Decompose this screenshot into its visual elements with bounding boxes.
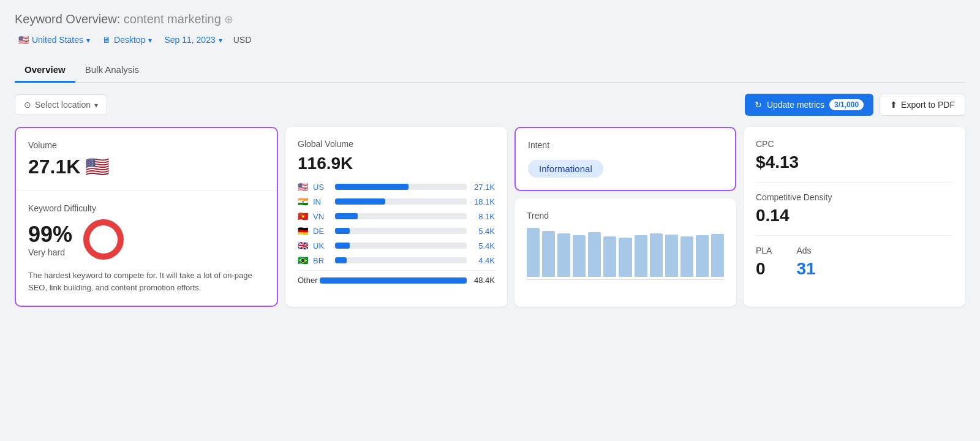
update-metrics-button[interactable]: ↻ Update metrics 3/1,000 <box>745 94 873 116</box>
trend-bar <box>603 236 616 277</box>
country-code: DE <box>313 227 330 236</box>
country-bar-fill <box>335 243 350 249</box>
global-volume-card: Global Volume 116.9K 🇺🇸 US 27.1K 🇮🇳 IN 1… <box>285 127 507 307</box>
kd-description: The hardest keyword to compete for. It w… <box>28 270 265 293</box>
country-selector[interactable]: 🇺🇸 United States <box>15 32 94 47</box>
tab-overview[interactable]: Overview <box>15 58 75 83</box>
pla-value: 0 <box>756 259 772 279</box>
trend-label: Trend <box>527 211 724 221</box>
export-icon: ⬆ <box>890 100 897 110</box>
kd-section: Keyword Difficulty 99% Very hard The har… <box>16 191 277 306</box>
country-row: 🇩🇪 DE 5.4K <box>298 226 495 236</box>
location-pin-icon: ⊙ <box>24 100 31 110</box>
intent-badge: Informational <box>528 155 723 178</box>
country-bar-fill <box>335 228 350 234</box>
tab-bulk-analysis[interactable]: Bulk Analysis <box>75 58 149 83</box>
pla-label: PLA <box>756 246 772 255</box>
intent-card: Intent Informational <box>514 127 736 191</box>
country-row: 🇬🇧 UK 5.4K <box>298 241 495 251</box>
cpc-value: $4.13 <box>756 153 953 172</box>
location-selector[interactable]: ⊙ Select location <box>15 94 107 115</box>
page-header: Keyword Overview: content marketing ⊕ 🇺🇸… <box>15 12 965 116</box>
country-row: 🇮🇳 IN 18.1K <box>298 197 495 206</box>
trend-bar <box>573 235 586 277</box>
device-chevron-icon <box>148 35 152 45</box>
country-bar-track <box>335 198 467 205</box>
device-name: Desktop <box>114 35 145 45</box>
country-flag: 🇩🇪 <box>298 226 308 236</box>
date-value: Sep 11, 2023 <box>164 35 215 45</box>
metrics-counter: 3/1,000 <box>829 99 864 110</box>
country-code: BR <box>313 256 330 265</box>
trend-bar <box>711 234 724 277</box>
country-rows: 🇺🇸 US 27.1K 🇮🇳 IN 18.1K 🇻🇳 VN 8.1K 🇩🇪 DE <box>298 182 495 265</box>
pla-block: PLA 0 <box>756 246 772 279</box>
comp-density-block: Competitive Density 0.14 <box>756 192 953 236</box>
trend-card: Trend <box>514 198 736 307</box>
country-row: 🇧🇷 BR 4.4K <box>298 255 495 265</box>
left-column: Volume 27.1K 🇺🇸 Keyword Difficulty 99% V… <box>15 127 278 307</box>
add-keyword-icon[interactable]: ⊕ <box>224 13 233 26</box>
country-flag: 🇺🇸 <box>18 35 29 45</box>
pla-ads-block: PLA 0 Ads 31 <box>756 246 953 279</box>
location-chevron-icon <box>94 100 98 110</box>
metrics-card: CPC $4.13 Competitive Density 0.14 PLA 0… <box>744 127 965 307</box>
country-code: IN <box>313 197 330 206</box>
volume-section: Volume 27.1K 🇺🇸 <box>16 128 277 191</box>
export-label: Export to PDF <box>901 100 955 110</box>
location-placeholder: Select location <box>35 100 91 110</box>
country-flag: 🇮🇳 <box>298 197 308 206</box>
country-flag: 🇻🇳 <box>298 211 308 221</box>
date-chevron-icon <box>219 35 222 45</box>
country-value: 5.4K <box>472 227 495 236</box>
other-bar-fill <box>320 277 467 284</box>
top-bar: 🇺🇸 United States 🖥 Desktop Sep 11, 2023 … <box>15 32 965 47</box>
volume-flag: 🇺🇸 <box>85 155 110 178</box>
trend-bar <box>619 238 631 277</box>
country-value: 27.1K <box>472 183 495 192</box>
trend-bar <box>665 235 678 277</box>
intent-value: Informational <box>528 160 603 178</box>
trend-bar <box>635 235 647 277</box>
country-name: United States <box>32 35 83 45</box>
country-value: 8.1K <box>472 212 495 221</box>
country-flag: 🇧🇷 <box>298 255 308 265</box>
ads-value: 31 <box>796 259 815 279</box>
device-icon: 🖥 <box>102 35 111 45</box>
kd-value-block: 99% Very hard <box>28 222 72 257</box>
comp-density-label: Competitive Density <box>756 192 953 202</box>
cpc-label: CPC <box>756 139 953 149</box>
kd-donut-chart <box>82 218 125 261</box>
country-value: 18.1K <box>472 197 495 206</box>
country-flag: 🇬🇧 <box>298 241 308 251</box>
country-bar-fill <box>335 198 385 205</box>
country-chevron-icon <box>86 35 90 45</box>
country-row: 🇺🇸 US 27.1K <box>298 182 495 192</box>
other-value: 48.4K <box>472 276 495 285</box>
kd-difficulty-label: Very hard <box>28 247 72 257</box>
trend-bar <box>588 232 601 277</box>
other-bar-track <box>320 277 467 284</box>
device-selector[interactable]: 🖥 Desktop <box>99 32 156 47</box>
trend-chart <box>527 228 724 277</box>
country-bar-track <box>335 257 467 263</box>
country-code: UK <box>313 241 330 251</box>
cards-grid: Volume 27.1K 🇺🇸 Keyword Difficulty 99% V… <box>15 127 965 307</box>
tab-bar: Overview Bulk Analysis <box>15 58 965 83</box>
date-selector[interactable]: Sep 11, 2023 <box>160 32 225 47</box>
country-bar-fill <box>335 213 358 219</box>
export-pdf-button[interactable]: ⬆ Export to PDF <box>880 94 965 116</box>
cpc-block: CPC $4.13 <box>756 139 953 183</box>
update-metrics-label: Update metrics <box>767 100 824 110</box>
country-bar-track <box>335 184 467 190</box>
volume-label: Volume <box>28 140 265 150</box>
country-bar-track <box>335 213 467 219</box>
other-row: Other 48.4K <box>298 276 495 285</box>
comp-density-value: 0.14 <box>756 206 953 225</box>
currency-label: USD <box>233 35 252 45</box>
kd-row: 99% Very hard <box>28 218 265 261</box>
trend-bar <box>680 236 693 277</box>
country-bar-track <box>335 243 467 249</box>
country-value: 4.4K <box>472 256 495 265</box>
svg-point-2 <box>95 231 112 248</box>
